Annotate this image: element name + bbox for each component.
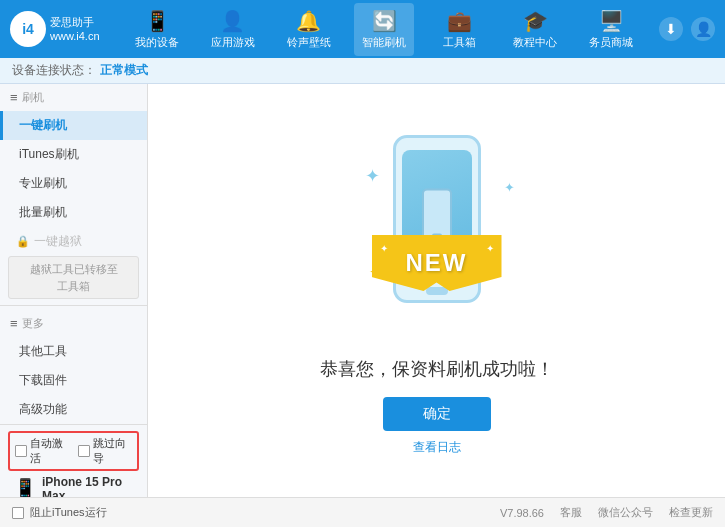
header: i4 爱思助手 www.i4.cn 📱 我的设备 👤 应用游戏 🔔 铃声壁纸 🔄…	[0, 0, 725, 58]
device-info: 📱 iPhone 15 Pro Max 512GB iPhone	[8, 471, 139, 497]
nav-my-device[interactable]: 📱 我的设备	[127, 3, 187, 56]
nav-toolbox[interactable]: 💼 工具箱	[430, 3, 490, 56]
nav-ringtone-label: 铃声壁纸	[287, 35, 331, 50]
check-update-link[interactable]: 检查更新	[669, 505, 713, 520]
ribbon-star-left: ✦	[380, 243, 388, 254]
device-details: iPhone 15 Pro Max 512GB iPhone	[42, 475, 133, 497]
stop-itunes-label: 阻止iTunes运行	[30, 505, 107, 520]
view-log-link[interactable]: 查看日志	[413, 439, 461, 456]
sidebar-divider-1	[0, 305, 147, 306]
sidebar-group-more: ≡ 更多	[0, 310, 147, 337]
ribbon-body: ✦ NEW ✦	[372, 235, 502, 291]
nav-service-label: 务员商城	[589, 35, 633, 50]
ribbon-new-text: NEW	[406, 249, 468, 277]
ribbon-star-right: ✦	[486, 243, 494, 254]
sidebar-item-pro-flash[interactable]: 专业刷机	[0, 169, 147, 198]
tutorial-icon: 🎓	[523, 9, 548, 33]
status-prefix: 设备连接状态：	[12, 62, 96, 79]
user-btn[interactable]: 👤	[691, 17, 715, 41]
sparkle-left-top: ✦	[365, 165, 380, 187]
more-group-icon: ≡	[10, 316, 18, 331]
auto-activate-cb-box[interactable]	[15, 445, 27, 457]
sidebar-more-section: ≡ 更多 其他工具 下载固件 高级功能	[0, 310, 147, 424]
nav-ringtone[interactable]: 🔔 铃声壁纸	[279, 3, 339, 56]
device-name: iPhone 15 Pro Max	[42, 475, 133, 497]
success-ribbon: ✦ NEW ✦	[372, 235, 502, 291]
nav-app-game-label: 应用游戏	[211, 35, 255, 50]
sidebar-item-batch-flash[interactable]: 批量刷机	[0, 198, 147, 227]
status-value: 正常模式	[100, 62, 148, 79]
sidebar-disabled-notice: 越狱工具已转移至工具箱	[8, 256, 139, 299]
smart-flash-icon: 🔄	[372, 9, 397, 33]
sidebar-flash-section: ≡ 刷机 一键刷机 iTunes刷机 专业刷机 批量刷机 🔒 一键越狱 越狱工具…	[0, 84, 147, 299]
sidebar-item-other-tools[interactable]: 其他工具	[0, 337, 147, 366]
sidebar-item-jailbreak-disabled: 🔒 一键越狱	[0, 227, 147, 256]
ringtone-icon: 🔔	[296, 9, 321, 33]
bottom-left: 阻止iTunes运行	[12, 505, 107, 520]
device-checkbox-group: 自动激活 跳过向导	[8, 431, 139, 471]
status-bar: 设备连接状态： 正常模式	[0, 58, 725, 84]
auto-activate-label: 自动激活	[30, 436, 70, 466]
nav-service[interactable]: 🖥️ 务员商城	[581, 3, 641, 56]
download-btn[interactable]: ⬇	[659, 17, 683, 41]
bottom-bar: 阻止iTunes运行 V7.98.66 客服 微信公众号 检查更新	[0, 497, 725, 527]
header-actions: ⬇ 👤	[659, 17, 715, 41]
bottom-right: V7.98.66 客服 微信公众号 检查更新	[500, 505, 713, 520]
auto-activate-checkbox[interactable]: 自动激活	[15, 436, 70, 466]
flash-group-icon: ≡	[10, 90, 18, 105]
nav-bar: 📱 我的设备 👤 应用游戏 🔔 铃声壁纸 🔄 智能刷机 💼 工具箱 🎓 教程中心…	[120, 3, 649, 56]
nav-smart-flash-label: 智能刷机	[362, 35, 406, 50]
version-label: V7.98.66	[500, 507, 544, 519]
toolbox-icon: 💼	[447, 9, 472, 33]
device-phone-icon: 📱	[14, 477, 36, 497]
logo-text: 爱思助手 www.i4.cn	[50, 15, 100, 44]
nav-my-device-label: 我的设备	[135, 35, 179, 50]
nav-toolbox-label: 工具箱	[443, 35, 476, 50]
success-illustration: ✦ NEW ✦ ✦ ✦ ✦	[347, 125, 527, 345]
customer-service-link[interactable]: 客服	[560, 505, 582, 520]
confirm-button[interactable]: 确定	[383, 397, 491, 431]
skip-guide-label: 跳过向导	[93, 436, 133, 466]
sidebar-item-one-key-flash[interactable]: 一键刷机	[0, 111, 147, 140]
my-device-icon: 📱	[145, 9, 170, 33]
sidebar-item-itunes-flash[interactable]: iTunes刷机	[0, 140, 147, 169]
sparkle-right-top: ✦	[504, 180, 515, 195]
content-area: ✦ NEW ✦ ✦ ✦ ✦ 恭喜您，保资料刷机成功啦！ 确定 查看日志	[148, 84, 725, 497]
app-game-icon: 👤	[220, 9, 245, 33]
success-message: 恭喜您，保资料刷机成功啦！	[320, 357, 554, 381]
skip-guide-cb-box[interactable]	[78, 445, 90, 457]
nav-tutorial[interactable]: 🎓 教程中心	[505, 3, 565, 56]
nav-smart-flash[interactable]: 🔄 智能刷机	[354, 3, 414, 56]
logo-icon: i4	[10, 11, 46, 47]
sidebar-item-advanced[interactable]: 高级功能	[0, 395, 147, 424]
sidebar-group-flash: ≡ 刷机	[0, 84, 147, 111]
service-icon: 🖥️	[599, 9, 624, 33]
wechat-public-link[interactable]: 微信公众号	[598, 505, 653, 520]
sidebar-item-download-firmware[interactable]: 下载固件	[0, 366, 147, 395]
skip-guide-checkbox[interactable]: 跳过向导	[78, 436, 133, 466]
nav-tutorial-label: 教程中心	[513, 35, 557, 50]
device-section: 自动激活 跳过向导 📱 iPhone 15 Pro Max 512GB iPho…	[0, 424, 147, 497]
nav-app-game[interactable]: 👤 应用游戏	[203, 3, 263, 56]
sidebar: ≡ 刷机 一键刷机 iTunes刷机 专业刷机 批量刷机 🔒 一键越狱 越狱工具…	[0, 84, 148, 497]
logo: i4 爱思助手 www.i4.cn	[10, 11, 100, 47]
stop-itunes-checkbox[interactable]	[12, 507, 24, 519]
main-layout: ≡ 刷机 一键刷机 iTunes刷机 专业刷机 批量刷机 🔒 一键越狱 越狱工具…	[0, 84, 725, 497]
